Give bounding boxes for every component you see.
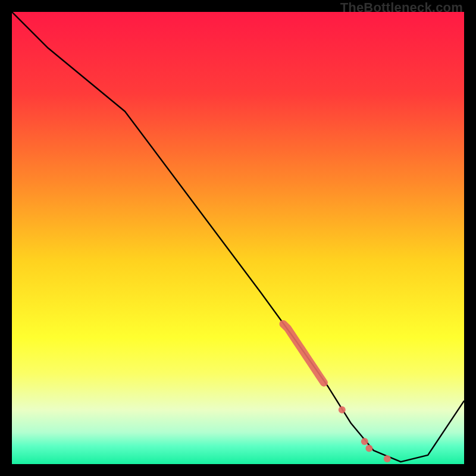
gradient-background	[12, 12, 464, 464]
chart-svg	[12, 12, 464, 464]
point-b	[361, 438, 368, 445]
chart-frame: TheBottleneck.com	[0, 0, 476, 476]
point-a	[339, 406, 346, 414]
point-d	[384, 455, 391, 462]
watermark-text: TheBottleneck.com	[340, 0, 463, 15]
plot-area	[12, 12, 464, 464]
point-c	[365, 444, 372, 452]
